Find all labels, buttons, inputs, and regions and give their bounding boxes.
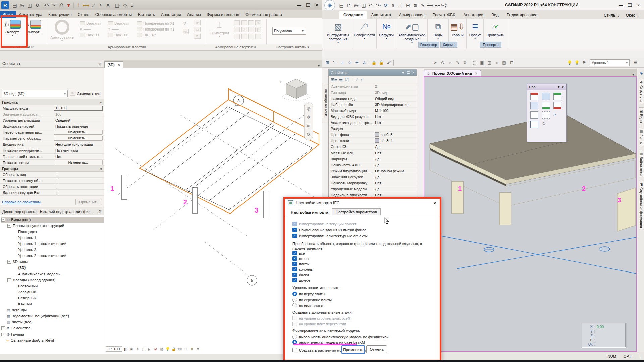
snap-node-icon[interactable]: ⋱ (331, 59, 338, 66)
hide-icon[interactable]: ⊘ (153, 346, 158, 352)
prop-row[interactable]: Масштаб вида1 : 100 (0, 105, 104, 111)
tab-collaborate[interactable]: Совместная работа (242, 11, 285, 18)
prop-row[interactable]: Обрезать аннотации (0, 184, 104, 190)
more-icon[interactable]: » (129, 2, 136, 9)
tree-item[interactable]: Уровень 2 - аналитический (1, 253, 104, 259)
menu-style[interactable]: Стиль ⌄ (604, 13, 620, 18)
close-button[interactable]: ✕ (315, 3, 319, 8)
tab-structure[interactable]: Конструкция (45, 11, 75, 18)
import-icon[interactable]: ⇪ (389, 2, 397, 9)
view-side-icon[interactable] (553, 93, 561, 100)
frame4-icon[interactable]: ⧈ (493, 59, 500, 66)
tree-item[interactable]: ∞Связанные файлы Revit (1, 337, 104, 343)
view-top-icon[interactable] (530, 93, 538, 100)
tree-item[interactable]: Уровень 2 (1, 247, 104, 253)
ei-tool-icon[interactable]: ✂EI ▾ (441, 2, 448, 9)
glasses-icon[interactable]: 👓 (177, 346, 182, 352)
dock-tab-service-info[interactable]: ◨Служебная информация (639, 181, 644, 230)
save-icon[interactable]: ◫ (26, 2, 33, 9)
checklist-icon[interactable]: ☑ (345, 77, 349, 82)
close-icon[interactable]: ✕ (117, 63, 120, 67)
checkbox-beams[interactable]: ✓балки (292, 272, 309, 277)
grid-icon[interactable]: ▤ (338, 2, 345, 9)
sublabel-check[interactable]: Проверка (480, 42, 501, 48)
pin-icon[interactable]: 𝌆 (407, 71, 410, 74)
pdf-export-icon[interactable]: ▼ (65, 2, 72, 9)
properties-help-link[interactable]: Справка по свойствам (2, 200, 41, 204)
dimension-icon[interactable]: ⌐⌐ (434, 2, 441, 9)
dock-tab-structure[interactable]: ❖Структура (639, 79, 644, 104)
dock-icon[interactable]: ◈ (640, 71, 643, 75)
import-lira-button[interactable]: ↓ Импорт... (25, 20, 43, 37)
selected-slab-outline[interactable] (140, 89, 319, 214)
checkbox-other[interactable]: ✓другое (292, 278, 310, 283)
prop-row[interactable]: Масштаб видаМ 1:100 (329, 108, 417, 114)
cancel-button[interactable]: Отмена (366, 345, 387, 353)
prop-row[interactable]: Видимость частейПоказать оригинал (0, 123, 104, 129)
box-icon[interactable]: ⧈ (195, 346, 201, 352)
tab-create[interactable]: Создание (339, 11, 367, 19)
tab-annotations[interactable]: Аннотации (459, 11, 487, 19)
tree-item[interactable]: Западный (1, 289, 104, 295)
prop-row[interactable]: ДисциплинаНесущие конструкции (0, 141, 104, 147)
viewcube[interactable]: ⌂ (280, 79, 310, 100)
prop-row[interactable]: Показать маркировкуНет (329, 180, 417, 186)
tab-insert[interactable]: Вставить (135, 11, 158, 18)
close-icon[interactable]: ✕ (562, 85, 565, 89)
bulb-icon[interactable]: 💡 (566, 59, 573, 66)
view-iso2-icon[interactable] (542, 102, 550, 109)
tree-item[interactable]: ▦Ведомости/Спецификации (все) (1, 313, 104, 319)
shadows-icon[interactable]: ▣ (129, 346, 134, 352)
color-swatch[interactable] (375, 138, 379, 143)
properties-icon[interactable]: ▤ (11, 2, 18, 9)
wall-right[interactable] (617, 188, 636, 231)
close-button[interactable]: ✕ (637, 3, 640, 8)
flag-icon[interactable]: ⚑ (581, 59, 588, 66)
tab-parameter-settings[interactable]: Настройка параметров (332, 208, 381, 215)
crop-icon[interactable]: ⬚ (141, 346, 146, 352)
paint-icon[interactable]: 🖌 (385, 59, 392, 66)
loads-button[interactable]: №Нагрузки▾ (377, 19, 396, 49)
search-icon[interactable]: ⌕ (361, 77, 363, 82)
frame5-icon[interactable]: ▦ (500, 59, 508, 66)
view-tabs-menu-icon[interactable]: ▼ (632, 73, 635, 76)
prop-row[interactable]: Набор слоёв3D Моделирование (329, 102, 417, 108)
rotate-view-icon[interactable]: ↻ (542, 121, 552, 128)
new-icon[interactable]: 🗋 (345, 2, 353, 9)
pin-icon[interactable]: ⍿ (75, 2, 82, 9)
prop-row[interactable]: Переопределения ви...Изменить... (0, 129, 104, 135)
isolate-icon[interactable]: ◍ (159, 346, 164, 352)
sublabel-brick[interactable]: Кирпич (440, 42, 457, 48)
redo-icon[interactable]: ↷▾ (375, 2, 382, 9)
prop-row[interactable]: Раздел (329, 126, 417, 132)
close-icon[interactable]: ✕ (98, 209, 102, 214)
prop-row[interactable]: Обрезать вид (0, 172, 104, 178)
tree-item[interactable]: Площадка (1, 229, 104, 235)
minimize-button[interactable]: — (619, 3, 623, 8)
tab-view[interactable]: Вид (487, 11, 503, 19)
prop-row[interactable]: Показать границу об... (0, 178, 104, 184)
tree-item[interactable]: +⊚Группы (1, 331, 104, 337)
frame-icon[interactable]: ⬚ (471, 59, 478, 66)
tree-item[interactable]: Южный (1, 301, 104, 307)
prop-row[interactable]: Показать сеткиИзменить... (0, 160, 104, 166)
navigation-bar[interactable]: ◎ ✥ ⊕ ⟳ (304, 103, 313, 140)
tab-steel[interactable]: Сталь (75, 11, 92, 18)
measure-icon[interactable]: ⟷ (82, 2, 90, 9)
dialog-title-bar[interactable]: ▦ Настройки импорта IFC ✕ (285, 199, 440, 207)
export-icon[interactable]: ⇩ (397, 2, 404, 9)
dimension-icon[interactable]: ⤢ (90, 2, 97, 9)
prop-row[interactable]: Дальняя секущая Вкл (0, 190, 104, 196)
tree-item[interactable]: ▤Легенды (1, 307, 104, 313)
measure-icon[interactable]: ⟷ (426, 2, 434, 9)
color-swatch[interactable] (375, 132, 379, 137)
prop-row[interactable]: Режим визуализации ...Основной режим (329, 168, 417, 174)
prop-row[interactable]: Сетка КЭДа (329, 144, 417, 150)
layers-icon[interactable]: ⧉ (461, 59, 469, 66)
sapfir-logo[interactable]: ◈ (324, 0, 335, 11)
checkbox-building-name[interactable]: ✓Наименование здания из имени файла (292, 227, 366, 232)
checkbox[interactable] (57, 173, 57, 177)
prop-row[interactable]: Цвет фонаccd0d5 (329, 132, 417, 138)
zoom-view-icon[interactable]: ⌕ (553, 111, 563, 119)
view-scale-button[interactable]: 1 : 100 (106, 346, 122, 352)
